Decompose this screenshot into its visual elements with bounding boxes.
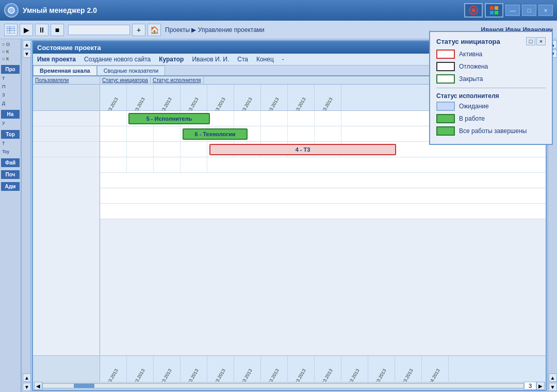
sidebar-scroll: ▲ ▼ ▲ ▼ (22, 39, 31, 392)
gantt-right-panel: 5 - Исполнитель 6 - Технологии 4 - Т3 (100, 111, 546, 355)
pause-button[interactable]: ⏸ (35, 24, 48, 36)
sidebar-item-p[interactable]: П (1, 83, 20, 90)
scroll-thumb[interactable] (74, 384, 94, 388)
sidebar-radio-2[interactable]: ○ К (1, 48, 20, 55)
left-sidebar: ○ О ○ К ○ К Про Т П З Д На У Тор Т Toy Ф… (0, 39, 22, 392)
bottom-date-3: 22.03.2013 (154, 356, 181, 382)
scroll-up-1[interactable]: ▲ (23, 40, 31, 48)
scroll-down-1[interactable]: ▼ (23, 50, 31, 58)
legend-label-wait: Ожидание (459, 103, 489, 110)
scroll-track[interactable] (42, 383, 524, 388)
sidebar-item-z[interactable]: З (1, 91, 20, 99)
right-scroll-up2[interactable]: ▲ (549, 373, 557, 382)
legend-title: Статус инициатора (436, 38, 500, 45)
table-icon[interactable] (4, 24, 18, 36)
icon-grid (485, 3, 503, 18)
bottom-date-8: 27.03.2013 (288, 356, 315, 382)
stop-button[interactable]: ■ (51, 24, 64, 36)
sidebar-section-adm[interactable]: Адм (1, 182, 20, 191)
sidebar-tor-t[interactable]: Т (1, 140, 20, 147)
sidebar-tor-toy[interactable]: Toy (1, 148, 20, 155)
sidebar-radio-1[interactable]: ○ О (1, 41, 20, 47)
legend-item-delayed: Отложена (436, 62, 546, 71)
scrollbar-bottom: ◀ 3 ▶ (33, 382, 546, 390)
tab-timeline[interactable]: Временная шкала (33, 66, 97, 75)
app-icon (4, 3, 19, 18)
svg-rect-5 (490, 11, 494, 14)
row1-cell8 (288, 111, 315, 126)
legend-item-working: В работе (436, 114, 546, 123)
maximize-button[interactable]: □ (522, 5, 536, 16)
scroll-right[interactable]: ▶ (536, 382, 545, 390)
add-button[interactable]: + (132, 24, 145, 36)
date-col-4: 23.03.2013 (181, 85, 207, 110)
app-title: Умный менеджер 2.0 (23, 6, 464, 14)
gantt-bar-t3[interactable]: 4 - Т3 (209, 144, 396, 155)
sidebar-section-fay[interactable]: Фай (1, 158, 20, 167)
date-col-1: 20.03.2013 (100, 85, 127, 110)
col-initiator-status[interactable]: Статус инициатора (100, 76, 151, 84)
svg-point-0 (8, 7, 14, 13)
page-number: 3 (524, 382, 536, 390)
col-executor-status[interactable]: Статус исполнителя (151, 76, 204, 84)
end-label: Конец (256, 56, 274, 63)
svg-rect-6 (495, 11, 498, 14)
col-users[interactable]: Пользователи (33, 76, 100, 84)
svg-rect-3 (490, 6, 494, 10)
date-col-2: 21.03.2013 (127, 85, 154, 110)
gantt-bar-tech[interactable]: 6 - Технологии (183, 128, 248, 140)
scroll-down-2[interactable]: ▼ (23, 383, 31, 391)
row1-cell6 (234, 111, 261, 126)
legend-executor-title: Статус исполнителя (436, 92, 546, 100)
legend-item-active: Активна (436, 50, 546, 59)
gantt-dates-bottom: 20.03.2013 21.03.2013 22.03.2013 23.03.2… (33, 355, 546, 382)
sidebar-section-na[interactable]: На (1, 110, 20, 119)
legend-titlebar: Статус инициатора □ × (436, 37, 546, 45)
minimize-button[interactable]: — (505, 5, 520, 16)
sidebar-item-d[interactable]: Д (1, 100, 20, 107)
legend-restore-button[interactable]: □ (526, 37, 535, 45)
date-col-6: 25.03.2013 (234, 85, 261, 110)
bottom-date-1: 20.03.2013 (100, 356, 127, 382)
legend-label-work: В работе (459, 115, 485, 122)
bottom-date-11: 30.03.2013 (368, 356, 395, 382)
legend-popup: Статус инициатора □ × Активна Отложена З… (429, 31, 553, 145)
sidebar-radio-3[interactable]: ○ К (1, 56, 20, 62)
curator-name: Иванов И. И. (192, 56, 229, 63)
legend-box-wait (436, 102, 455, 111)
legend-item-done: Все работы завершены (436, 126, 546, 136)
date-col-3: 22.03.2013 (154, 85, 181, 110)
svg-rect-7 (7, 26, 15, 34)
legend-box-active (436, 50, 455, 59)
project-label: Имя проекта (37, 56, 76, 63)
legend-close-button[interactable]: × (536, 37, 546, 45)
legend-divider (436, 88, 546, 88)
bottom-date-7: 26.03.2013 (261, 356, 288, 382)
end-value: - (282, 56, 284, 63)
scroll-left[interactable]: ◀ (34, 382, 42, 390)
bottom-date-10: 29.03.2013 (341, 356, 368, 382)
title-bar: Умный менеджер 2.0 — □ × (0, 0, 557, 21)
legend-box-done (436, 126, 455, 136)
legend-item-closed: Закрыта (436, 74, 546, 84)
gantt-bar-executor[interactable]: 5 - Исполнитель (128, 113, 210, 124)
sidebar-section-poch[interactable]: Поч (1, 170, 20, 179)
close-button[interactable]: × (538, 5, 553, 16)
legend-box-closed (436, 74, 455, 84)
play-button[interactable]: ▶ (20, 24, 33, 36)
scroll-up-2[interactable]: ▲ (23, 373, 31, 382)
sidebar-section-tor[interactable]: Тор (1, 130, 20, 139)
date-col-8: 27.03.2013 (288, 85, 315, 110)
sidebar-section-pro[interactable]: Про (1, 65, 20, 74)
home-button[interactable]: 🏠 (148, 24, 161, 36)
legend-label-done: Все работы завершены (459, 127, 527, 135)
nav-text: Проекты ▶ Управление проектами (165, 26, 265, 34)
breadcrumb: ▶ ⏸ ■ + 🏠 Проекты ▶ Управление проектами (4, 24, 479, 36)
sidebar-item-t[interactable]: Т (1, 75, 20, 82)
row1-cell1 (100, 111, 127, 126)
sidebar-item-u[interactable]: У (1, 120, 20, 127)
gantt-rows-container: 5 - Исполнитель 6 - Технологии 4 - Т3 (33, 111, 546, 355)
bottom-date-4: 23.03.2013 (181, 356, 207, 382)
right-scroll-down2[interactable]: ▼ (549, 383, 557, 391)
tab-summary[interactable]: Сводные показатели (97, 66, 165, 75)
